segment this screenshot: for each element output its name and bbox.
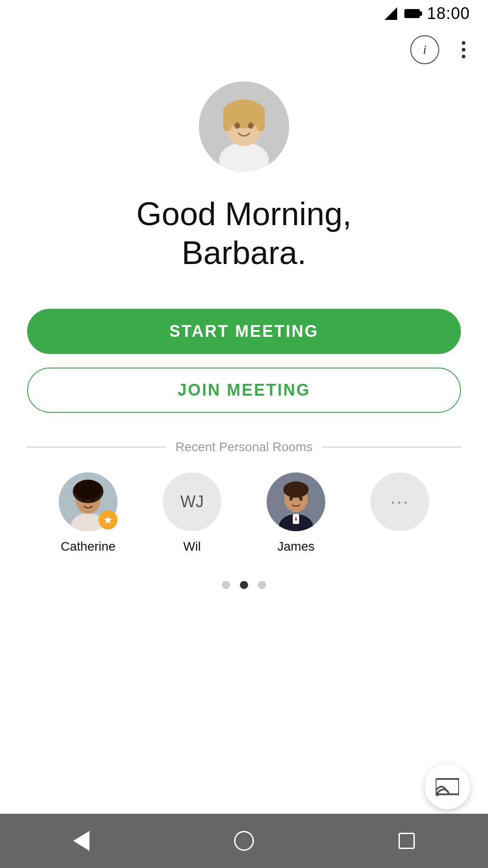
- svg-point-8: [235, 123, 240, 129]
- svg-point-9: [248, 123, 253, 129]
- james-avatar: [267, 472, 325, 531]
- svg-marker-0: [385, 7, 397, 20]
- wil-name: Wil: [183, 539, 201, 554]
- rooms-row: Catherine WJ Wil: [27, 472, 461, 554]
- nav-home-button[interactable]: [226, 823, 262, 859]
- status-icons: 18:00: [385, 4, 470, 23]
- nav-back-button[interactable]: [63, 823, 99, 859]
- james-avatar-wrap: [267, 472, 325, 531]
- svg-rect-7: [223, 104, 265, 118]
- room-item-more[interactable]: ···: [368, 472, 432, 554]
- main-content: Good Morning, Barbara. START MEETING JOI…: [0, 72, 488, 814]
- catherine-name: Catherine: [61, 539, 115, 554]
- starred-badge: [99, 510, 117, 529]
- page-dot-3[interactable]: [258, 581, 266, 589]
- room-item-james[interactable]: James: [264, 472, 328, 554]
- catherine-avatar-wrap: [59, 472, 117, 531]
- svg-point-25: [299, 496, 303, 501]
- home-icon: [234, 831, 254, 851]
- svg-point-14: [75, 480, 102, 500]
- battery-icon: [404, 9, 420, 18]
- join-meeting-button[interactable]: JOIN MEETING: [27, 368, 461, 413]
- svg-point-16: [91, 497, 95, 502]
- cast-icon: [436, 777, 459, 796]
- info-icon: i: [423, 42, 427, 57]
- recent-personal-rooms: Recent Personal Rooms: [27, 440, 461, 554]
- info-button[interactable]: i: [410, 35, 439, 64]
- status-bar: 18:00: [0, 0, 488, 27]
- dot2: [462, 48, 465, 52]
- svg-marker-17: [104, 516, 113, 524]
- pagination: [222, 581, 266, 589]
- signal-icon: [385, 7, 397, 20]
- recents-icon: [399, 833, 415, 849]
- cast-button[interactable]: [425, 764, 470, 809]
- status-time: 18:00: [427, 4, 470, 23]
- svg-point-15: [81, 497, 85, 502]
- divider-left: [27, 447, 166, 448]
- svg-point-24: [289, 496, 293, 501]
- more-avatar: ···: [371, 472, 429, 531]
- dot3: [462, 55, 465, 58]
- recent-divider: Recent Personal Rooms: [27, 440, 461, 454]
- more-options-button[interactable]: [457, 37, 470, 63]
- wil-initials: WJ: [180, 492, 204, 511]
- user-avatar: [199, 81, 289, 172]
- nav-recents-button[interactable]: [389, 823, 425, 859]
- page-dot-2[interactable]: [240, 581, 248, 589]
- greeting-text: Good Morning, Barbara.: [136, 194, 352, 273]
- james-name: James: [277, 539, 314, 554]
- page-dot-1[interactable]: [222, 581, 230, 589]
- app-bar: i: [0, 27, 488, 72]
- start-meeting-button[interactable]: START MEETING: [27, 309, 461, 354]
- navigation-bar: [0, 814, 488, 868]
- james-photo: [267, 472, 325, 531]
- dot1: [462, 41, 465, 45]
- more-dots: ···: [390, 491, 409, 512]
- divider-right: [322, 447, 461, 448]
- wil-avatar: WJ: [163, 472, 221, 531]
- svg-point-23: [283, 481, 309, 498]
- avatar-image: [199, 81, 289, 172]
- room-item-catherine[interactable]: Catherine: [56, 472, 120, 554]
- svg-point-27: [436, 793, 439, 796]
- wil-avatar-wrap: WJ: [163, 472, 221, 531]
- room-item-wil[interactable]: WJ Wil: [160, 472, 224, 554]
- more-name: [398, 539, 402, 554]
- recent-label: Recent Personal Rooms: [175, 440, 312, 454]
- star-icon: [103, 515, 113, 525]
- more-avatar-wrap: ···: [371, 472, 429, 531]
- back-icon: [73, 831, 89, 851]
